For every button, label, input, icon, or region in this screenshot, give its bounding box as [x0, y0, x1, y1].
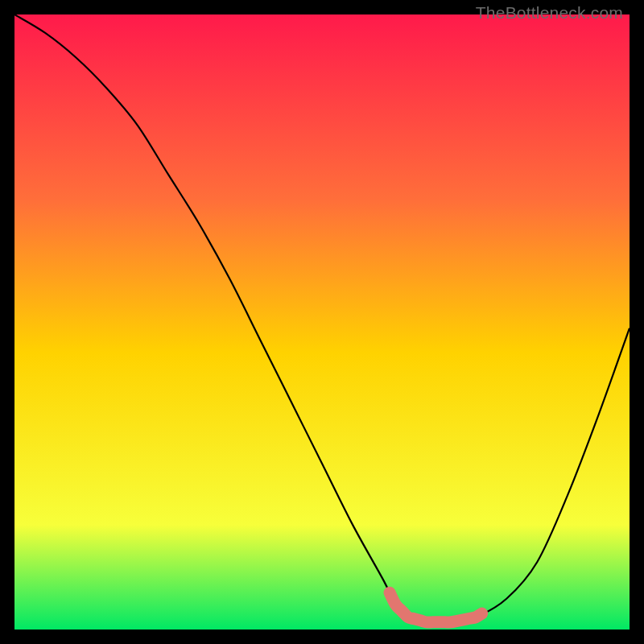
gradient-background: [14, 14, 630, 630]
bottleneck-chart: [14, 14, 630, 630]
chart-frame: [14, 14, 630, 630]
attribution-watermark: TheBottleneck.com: [476, 3, 623, 23]
